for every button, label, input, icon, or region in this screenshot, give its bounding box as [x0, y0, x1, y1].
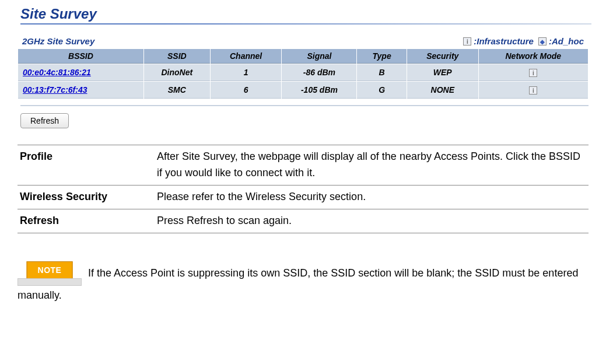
- cell-mode: i: [479, 64, 588, 81]
- bssid-link[interactable]: 00:13:f7:7c:6f:43: [23, 85, 87, 94]
- cell-bssid: 00:e0:4c:81:86:21: [18, 64, 143, 81]
- cell-channel: 6: [211, 82, 282, 99]
- desc-text: After Site Survey, the webpage will disp…: [155, 145, 589, 186]
- survey-band-label: 2GHz Site Survey: [22, 36, 94, 46]
- survey-header-row: 2GHz Site Survey i :Infrastructure ◆ :Ad…: [17, 36, 589, 48]
- cell-mode: i: [479, 82, 588, 99]
- col-header-security: Security: [407, 49, 478, 64]
- cell-ssid: SMC: [144, 82, 210, 99]
- site-survey-table: BSSID SSID Channel Signal Type Security …: [17, 48, 589, 99]
- col-header-mode: Network Mode: [479, 49, 588, 64]
- desc-text: Press Refresh to scan again.: [155, 209, 589, 233]
- col-header-channel: Channel: [211, 49, 282, 64]
- cell-security: WEP: [407, 64, 478, 81]
- desc-text: Please refer to the Wireless Security se…: [155, 185, 589, 209]
- note-badge: NOTE: [17, 261, 82, 286]
- cell-signal: -86 dBm: [282, 64, 356, 81]
- cell-signal: -105 dBm: [282, 82, 356, 99]
- table-row: 00:13:f7:7c:6f:43 SMC 6 -105 dBm G NONE …: [18, 82, 588, 99]
- note-section: NOTE If the Access Point is suppressing …: [17, 261, 589, 305]
- cell-type: G: [357, 82, 406, 99]
- description-table: Profile After Site Survey, the webpage w…: [17, 145, 589, 233]
- infrastructure-icon: i: [529, 86, 537, 94]
- infrastructure-icon: i: [529, 69, 537, 77]
- legend-infra-label: :Infrastructure: [474, 36, 534, 46]
- desc-row-refresh: Refresh Press Refresh to scan again.: [17, 209, 589, 233]
- bssid-link[interactable]: 00:e0:4c:81:86:21: [23, 68, 91, 77]
- table-row: 00:e0:4c:81:86:21 DinoNet 1 -86 dBm B WE…: [18, 64, 588, 81]
- description-section: Profile After Site Survey, the webpage w…: [17, 145, 589, 233]
- legend-adhoc-label: :Ad_hoc: [549, 36, 584, 46]
- title-underline: [20, 23, 591, 24]
- mode-legend: i :Infrastructure ◆ :Ad_hoc: [463, 36, 584, 46]
- cell-ssid: DinoNet: [144, 64, 210, 81]
- note-text: If the Access Point is suppressing its o…: [17, 267, 578, 300]
- desc-term: Profile: [17, 145, 155, 186]
- cell-type: B: [357, 64, 406, 81]
- cell-channel: 1: [211, 64, 282, 81]
- col-header-bssid: BSSID: [18, 49, 143, 64]
- desc-term: Wireless Security: [17, 185, 155, 209]
- desc-term: Refresh: [17, 209, 155, 233]
- desc-row-wireless-security: Wireless Security Please refer to the Wi…: [17, 185, 589, 209]
- cell-bssid: 00:13:f7:7c:6f:43: [18, 82, 143, 99]
- desc-row-profile: Profile After Site Survey, the webpage w…: [17, 145, 589, 186]
- cell-security: NONE: [407, 82, 478, 99]
- page-title: Site Survey: [17, 6, 589, 22]
- col-header-signal: Signal: [282, 49, 356, 64]
- adhoc-icon: ◆: [538, 37, 547, 46]
- note-badge-label: NOTE: [27, 261, 73, 280]
- col-header-type: Type: [357, 49, 406, 64]
- note-badge-shadow: [17, 278, 82, 286]
- infrastructure-icon: i: [463, 37, 471, 46]
- table-header-row: BSSID SSID Channel Signal Type Security …: [18, 49, 588, 64]
- separator-line: [20, 105, 589, 106]
- col-header-ssid: SSID: [144, 49, 210, 64]
- refresh-button[interactable]: Refresh: [20, 113, 69, 128]
